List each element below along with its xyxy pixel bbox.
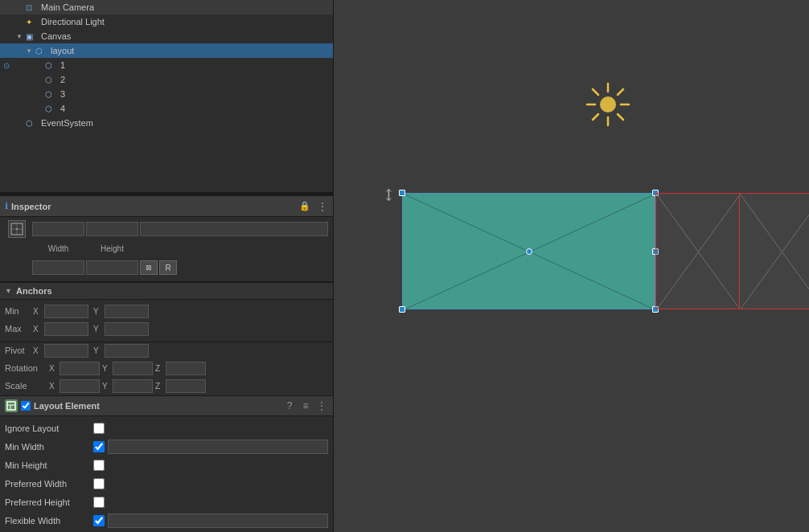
rotation-z-input[interactable]: 0 (166, 362, 206, 375)
pos-x-input[interactable]: 130 (32, 222, 84, 236)
svg-line-18 (656, 194, 740, 309)
layout-element-props: Ignore Layout Min Width 150 Min Height P… (0, 416, 333, 532)
anchor-max-y-input[interactable]: 1 (105, 322, 149, 336)
hierarchy-item-directional-light[interactable]: ✦Directional Light (0, 14, 333, 29)
svg-line-15 (593, 114, 598, 120)
hierarchy-item-obj1[interactable]: ⊙⬡1 (0, 58, 333, 72)
anchor-min-y-label: Y (93, 307, 103, 316)
wh-values-row: 260 100 ⊠ R (5, 259, 328, 276)
scale-label: Scale (5, 381, 49, 391)
lock-icon[interactable]: 🔒 (299, 201, 310, 211)
rotation-x-input[interactable]: 0 (60, 362, 100, 375)
rot-x-label: X (49, 364, 57, 373)
move-tool-cursor: ⤢ (377, 183, 400, 207)
anchor-max-row: Max X 0 Y 1 (5, 321, 328, 337)
scale-x-input[interactable]: 1 (60, 379, 100, 393)
inspector-header-icons: 🔒 ⋮ (299, 200, 328, 213)
layout-element-title: Layout Element (34, 401, 283, 411)
pivot-x-input[interactable]: 0.5 (44, 344, 88, 358)
handle-tl[interactable] (399, 190, 405, 196)
hierarchy-item-eventsystem[interactable]: ⬡EventSystem (0, 116, 333, 130)
min-width-checkbox[interactable] (93, 441, 105, 452)
rotation-y-input[interactable]: 0 (113, 362, 153, 375)
camera-icon: ⊡ (26, 3, 39, 12)
transform-section: 130 -50 0 Width Height 260 100 ⊠ R (0, 217, 333, 282)
hierarchy-item-layout[interactable]: ▼⬡layout (0, 43, 333, 58)
scale-z-input[interactable]: 1 (166, 379, 206, 393)
inspector-panel: ℹ Inspector 🔒 ⋮ (0, 196, 333, 532)
gray-objects-group (655, 193, 809, 309)
preferred-width-row: Preferred Width (5, 475, 328, 493)
menu-icon[interactable]: ⋮ (317, 200, 328, 213)
hierarchy-item-label: 3 (60, 89, 65, 99)
hierarchy-item-label: 4 (60, 104, 65, 113)
layout-element-more-btn[interactable]: ⋮ (315, 399, 328, 412)
rotation-label: Rotation (5, 363, 49, 373)
pos-xyz-row: 130 -50 0 (5, 220, 328, 238)
gameobj-icon: ⬡ (35, 47, 48, 55)
sun-icon (584, 80, 632, 129)
hierarchy-item-label: EventSystem (41, 118, 93, 128)
anchor-min-y-input[interactable]: 1 (105, 305, 149, 318)
handle-bl[interactable] (399, 306, 405, 313)
svg-point-3 (16, 228, 18, 231)
height-input[interactable]: 100 (86, 260, 138, 275)
object-2-diagonals (656, 194, 740, 309)
svg-line-12 (593, 89, 598, 95)
rect-transform-icon (8, 220, 26, 238)
preferred-height-row: Preferred Height (5, 493, 328, 511)
flexible-width-input[interactable]: 3 (108, 514, 328, 528)
layout-element-settings-btn[interactable]: ≡ (299, 399, 312, 412)
preferred-height-checkbox[interactable] (93, 497, 105, 508)
anchor-min-x-input[interactable]: 0 (44, 305, 88, 318)
pivot-y-input[interactable]: 0.5 (105, 344, 149, 358)
pos-y-input[interactable]: -50 (86, 222, 138, 236)
center-handle (526, 248, 532, 255)
hierarchy-item-label: Canvas (41, 31, 71, 41)
anchor-max-x-label: X (33, 325, 43, 334)
layout-element-help-btn[interactable]: ? (283, 399, 296, 412)
constrain-btn[interactable]: ⊠ (140, 260, 158, 275)
svg-line-21 (740, 194, 809, 309)
pos-z-input[interactable]: 0 (140, 222, 328, 236)
hierarchy-item-canvas[interactable]: ▼▣Canvas (0, 29, 333, 43)
hierarchy-item-main-camera[interactable]: ⊡Main Camera (0, 0, 333, 14)
layout-element-actions: ? ≡ ⋮ (283, 399, 328, 412)
anchor-min-x-label: X (33, 307, 43, 316)
hierarchy-item-obj4[interactable]: ⬡4 (0, 101, 333, 116)
hierarchy-item-obj3[interactable]: ⬡3 (0, 87, 333, 101)
rot-y-label: Y (102, 364, 110, 373)
min-width-row: Min Width 150 (5, 438, 328, 456)
width-input[interactable]: 260 (32, 260, 84, 275)
scale-x-label: X (49, 382, 57, 391)
min-width-input[interactable]: 150 (108, 440, 328, 454)
ignore-layout-label: Ignore Layout (5, 424, 93, 433)
min-width-label: Min Width (5, 442, 93, 452)
pivot-y-label: Y (93, 346, 103, 355)
pivot-x-label: X (33, 346, 43, 355)
min-height-checkbox[interactable] (93, 460, 105, 471)
gameobj-icon: ⬡ (45, 76, 58, 84)
reset-btn[interactable]: R (159, 260, 177, 275)
scale-y-input[interactable]: 1 (113, 379, 153, 393)
expand-arrow: ▼ (16, 33, 26, 40)
selected-object-1 (402, 193, 655, 309)
light-icon: ✦ (26, 18, 39, 27)
anchor-max-x-input[interactable]: 0 (44, 322, 88, 336)
flexible-width-checkbox[interactable] (93, 515, 105, 526)
layout-element-enabled-checkbox[interactable] (21, 401, 31, 411)
preferred-width-checkbox[interactable] (93, 478, 105, 489)
layout-element-header: Layout Element ? ≡ ⋮ (0, 395, 333, 416)
gameobj-icon: ⬡ (45, 104, 58, 113)
min-height-label: Min Height (5, 460, 93, 470)
anchor-max-label: Max (5, 324, 33, 334)
anchors-title: Anchors (16, 286, 52, 296)
min-height-row: Min Height (5, 456, 328, 474)
scene-objects-container (402, 193, 655, 311)
hierarchy-panel: ⊡Main Camera✦Directional Light▼▣Canvas▼⬡… (0, 0, 333, 193)
ignore-layout-checkbox[interactable] (93, 423, 105, 434)
flexible-width-row: Flexible Width 3 (5, 512, 328, 530)
hierarchy-item-obj2[interactable]: ⬡2 (0, 72, 333, 87)
pivot-label: Pivot (5, 346, 33, 355)
anchors-section-header[interactable]: ▼ Anchors (0, 282, 333, 300)
